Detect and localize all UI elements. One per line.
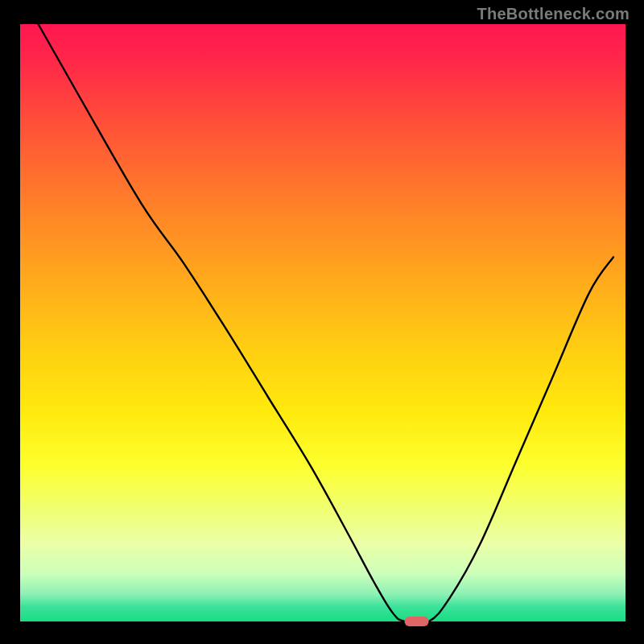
watermark-text: TheBottleneck.com <box>477 5 630 23</box>
chart-background-gradient <box>20 24 625 621</box>
bottleneck-chart: TheBottleneck.com <box>0 0 644 644</box>
chart-svg <box>0 0 644 644</box>
optimal-point-marker <box>405 617 429 626</box>
